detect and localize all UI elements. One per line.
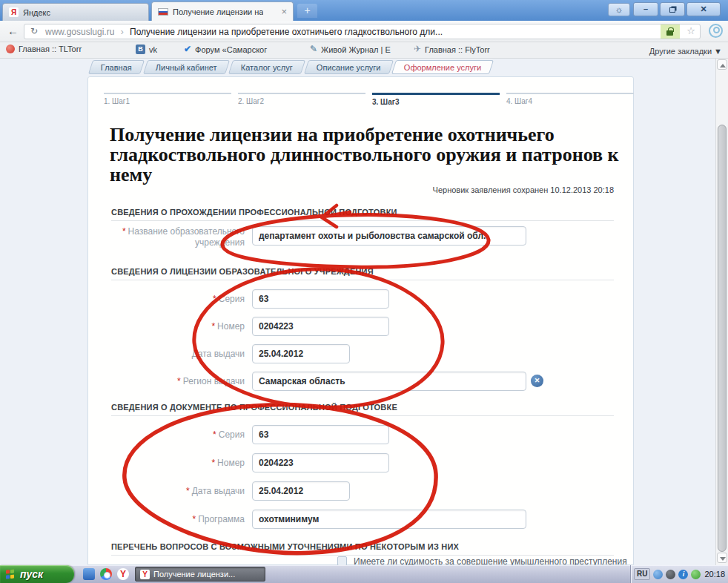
page-viewport: ГлавнаяЛичный кабинетКаталог услугОписан…	[0, 59, 728, 565]
field-input-3-4[interactable]	[252, 510, 526, 529]
taskbar-task-button[interactable]: Y Получение лицензи...	[135, 567, 265, 582]
bookmark-label: Форум «Самарског	[195, 45, 267, 54]
bookmark-vk[interactable]: Вvk	[136, 45, 157, 54]
draft-saved-note: Черновик заявления сохранен 10.12.2013 2…	[111, 185, 614, 194]
url-domain: www.gosuslugi.ru	[45, 27, 114, 37]
required-marker: *	[177, 376, 181, 386]
scrollbar-thumb[interactable]	[718, 125, 727, 552]
address-bar[interactable]: ↻ www.gosuslugi.ru › Получение лицензии …	[24, 24, 701, 39]
start-button[interactable]: пуск	[0, 565, 74, 583]
site-tab-4[interactable]: Описание услуги	[303, 60, 393, 74]
section-heading-3: СВЕДЕНИЯ О ДОКУМЕНТЕ ПО ПРОФЕССИОНАЛЬНОЙ…	[111, 403, 614, 416]
tab-title: Яндекс	[23, 8, 50, 17]
field-input-2-3[interactable]	[252, 344, 350, 363]
url-page-title: Получение лицензии на приобретение охотн…	[130, 27, 443, 37]
field-input-2-4[interactable]	[252, 372, 526, 391]
site-tab-label: Каталог услуг	[241, 63, 293, 72]
question-label: Имеете ли судимость за совершение умышле…	[354, 556, 627, 565]
required-marker: *	[211, 321, 215, 332]
section-heading-2: СВЕДЕНИЯ О ЛИЦЕНЗИИ ОБРАЗОВАТЕЛЬНОГО УЧР…	[111, 267, 614, 280]
chrome-icon[interactable]	[100, 568, 112, 580]
browser-toolbar: ← ↻ www.gosuslugi.ru › Получение лицензи…	[0, 21, 728, 42]
site-tab-3[interactable]: Каталог услуг	[228, 60, 305, 74]
page-scrollbar[interactable]	[715, 59, 728, 565]
bookmark-tltorr[interactable]: Главная :: TLTorr	[6, 45, 82, 53]
reload-icon[interactable]: ↻	[30, 26, 38, 36]
vk-icon: В	[136, 45, 145, 54]
network-tray-icon[interactable]	[653, 570, 663, 579]
field-label: *Номер	[111, 321, 245, 332]
field-input-2-2[interactable]	[252, 317, 389, 336]
bookmark-fly[interactable]: ✈Главная :: FlyTorr	[414, 45, 490, 54]
volume-tray-icon[interactable]	[666, 570, 675, 579]
minimize-button[interactable]: –	[633, 2, 658, 16]
address-text: www.gosuslugi.ru › Получение лицензии на…	[45, 27, 443, 37]
messenger-tray-icon[interactable]	[691, 570, 701, 579]
browser-tab-yandex[interactable]: Я Яндекс	[2, 3, 149, 21]
field-label: *Название образовательного учреждения	[111, 226, 245, 248]
bookmark-star-icon[interactable]: ☆	[686, 25, 695, 36]
other-bookmarks-button[interactable]: Другие закладки ▼	[649, 47, 722, 56]
site-tab-label: Главная	[101, 63, 132, 72]
field-label: *Номер	[111, 458, 245, 469]
language-indicator[interactable]: RU	[634, 568, 650, 580]
bookmarks-bar: Другие закладки ▼ Главная :: TLTorrВvk✔Ф…	[0, 42, 728, 59]
wizard-step-1: 1. Шаг1	[104, 93, 231, 105]
site-tab-label: Личный кабинет	[156, 63, 217, 72]
secure-zone	[661, 24, 680, 39]
clear-field-icon[interactable]: ✕	[531, 375, 543, 387]
bookmark-lj[interactable]: ✎Живой Журнал | Е	[310, 45, 391, 54]
task-yandex-icon: Y	[140, 570, 150, 579]
site-tab-5[interactable]: Оформление услуги	[391, 60, 494, 74]
section-heading-4: ПЕРЕЧЕНЬ ВОПРОСОВ С ВОЗМОЖНЫМИ УТОЧНЕНИЯ…	[111, 542, 614, 556]
url-separator: ›	[121, 27, 124, 37]
section-heading-1: СВЕДЕНИЯ О ПРОХОЖДЕНИИ ПРОФЕССИОНАЛЬНОЙ …	[111, 208, 614, 221]
browser-tab-active[interactable]: Получение лицензии на ×	[151, 1, 294, 21]
forum-icon: ✔	[184, 45, 191, 54]
wizard-step-2: 2. Шаг2	[238, 93, 365, 105]
yandex-browser-icon[interactable]: Y	[117, 568, 129, 580]
wizard-step-3: 3. Шаг3	[372, 93, 500, 106]
scroll-up-icon[interactable]	[717, 59, 727, 70]
system-tray: RU i 20:18	[630, 565, 728, 583]
quick-launch-app-icon[interactable]	[83, 568, 95, 580]
site-tab-label: Оформление услуги	[404, 63, 481, 72]
site-breadcrumb-tabs: ГлавнаяЛичный кабинетКаталог услугОписан…	[90, 60, 494, 75]
gear-icon[interactable]: ☼	[608, 3, 630, 16]
back-icon[interactable]: ←	[7, 24, 19, 37]
close-tab-icon[interactable]: ×	[281, 7, 287, 16]
lock-icon	[666, 30, 673, 36]
wizard-step-label: 3. Шаг3	[372, 98, 500, 106]
required-marker: *	[213, 429, 216, 440]
ru-flag-icon	[158, 8, 168, 16]
site-tab-1[interactable]: Главная	[88, 60, 145, 74]
info-tray-icon[interactable]: i	[678, 570, 688, 579]
bookmark-label: Живой Журнал | Е	[321, 45, 391, 54]
bookmark-forum[interactable]: ✔Форум «Самарског	[184, 45, 267, 54]
scroll-down-icon[interactable]	[717, 553, 727, 563]
new-tab-button[interactable]: +	[297, 4, 317, 18]
close-window-button[interactable]: ✕	[686, 2, 721, 16]
question-checkbox[interactable]	[337, 556, 347, 565]
wizard-step-label: 1. Шаг1	[104, 97, 231, 105]
required-marker: *	[192, 514, 196, 524]
restore-button[interactable]	[660, 2, 685, 16]
field-input-2-1[interactable]	[252, 289, 389, 309]
bookmark-label: vk	[149, 45, 157, 54]
site-tab-2[interactable]: Личный кабинет	[143, 60, 230, 74]
field-label: *Серия	[111, 429, 245, 441]
field-input-3-3[interactable]	[252, 481, 350, 501]
site-tab-label: Описание услуги	[317, 63, 381, 72]
tab-title: Получение лицензии на	[173, 7, 263, 16]
browser-menu-icon[interactable]	[709, 24, 723, 38]
field-input-3-2[interactable]	[252, 453, 389, 472]
yandex-icon: Я	[9, 7, 19, 17]
wizard-step-label: 4. Шаг4	[506, 97, 634, 105]
bookmark-label: Главная :: FlyTorr	[425, 45, 490, 54]
field-input-3-1[interactable]	[252, 425, 389, 444]
field-label: *Регион выдачи	[111, 376, 245, 387]
wizard-step-4: 4. Шаг4	[506, 93, 634, 105]
field-input-1-1[interactable]	[252, 226, 526, 246]
required-marker: *	[213, 294, 216, 304]
field-label: *Дата выдачи	[111, 486, 245, 497]
